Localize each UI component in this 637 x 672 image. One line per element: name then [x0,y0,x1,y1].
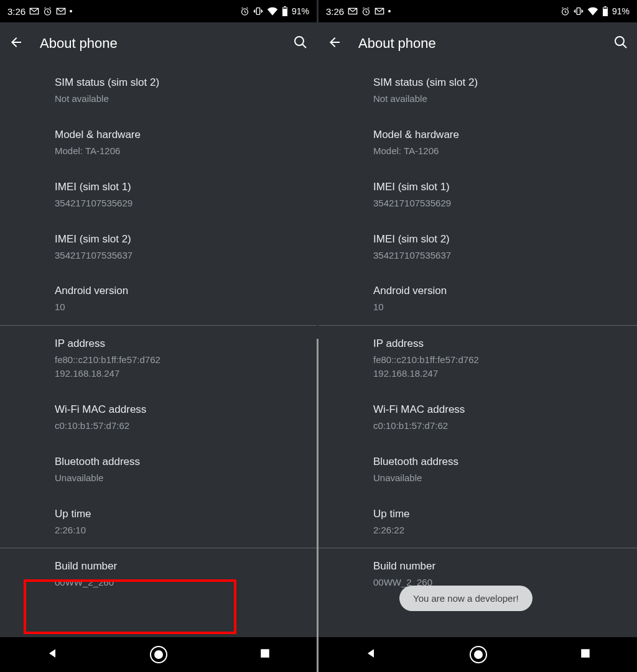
vibrate-icon [574,6,584,16]
svg-rect-15 [581,649,590,658]
sim-status-item[interactable]: SIM status (sim slot 2)Not available [318,65,637,117]
back-icon[interactable] [9,35,24,52]
vibrate-icon [253,6,263,16]
nav-recents-icon[interactable] [580,648,591,661]
alarm-icon [43,7,52,16]
model-hardware-item[interactable]: Model & hardwareModel: TA-1206 [318,117,637,169]
wifi-mac-item[interactable]: Wi-Fi MAC addressc0:10:b1:57:d7:62 [0,392,317,444]
back-icon[interactable] [327,35,342,52]
ip-address-item[interactable]: IP addressfe80::c210:b1ff:fe57:d762 192.… [318,326,637,392]
status-bar: 3:26 91% [0,0,317,22]
gmail-icon [29,7,39,15]
developer-toast: You are now a developer! [399,586,532,611]
status-clock: 3:26 [326,6,344,17]
gmail-icon [348,7,358,15]
svg-rect-7 [261,649,269,658]
imei-slot1-item[interactable]: IMEI (sim slot 1)354217107535629 [318,169,637,221]
phone-screenshot-left: 3:26 91% About phone SIM status (sim slo… [0,0,318,672]
imei-slot2-item[interactable]: IMEI (sim slot 2)354217107535637 [318,221,637,274]
svg-point-14 [615,37,624,45]
page-title: About phone [40,35,278,52]
svg-rect-10 [577,8,580,15]
bluetooth-address-item[interactable]: Bluetooth addressUnavailable [318,444,637,496]
settings-list[interactable]: SIM status (sim slot 2)Not available Mod… [318,65,637,637]
uptime-item[interactable]: Up time2:26:22 [318,496,637,548]
wifi-icon [587,7,598,16]
alarm-icon [240,7,249,16]
battery-percent: 91% [612,6,630,16]
settings-list[interactable]: SIM status (sim slot 2)Not available Mod… [0,65,317,637]
gmail-icon [56,7,66,15]
wifi-icon [267,7,278,16]
search-icon[interactable] [293,35,308,52]
nav-recents-icon[interactable] [259,648,271,661]
status-clock: 3:26 [7,6,26,17]
nav-home-icon[interactable] [470,646,487,663]
model-hardware-item[interactable]: Model & hardwareModel: TA-1206 [0,117,317,169]
more-notifications-icon [70,10,72,12]
nav-home-icon[interactable] [150,646,167,663]
build-number-item[interactable]: Build number00WW_2_260 [0,548,317,601]
svg-rect-13 [603,7,607,9]
bluetooth-address-item[interactable]: Bluetooth addressUnavailable [0,444,317,496]
svg-point-6 [295,37,304,45]
app-bar: About phone [0,22,317,65]
navigation-bar [0,637,317,672]
gmail-icon [374,7,384,15]
search-icon[interactable] [613,35,628,52]
app-bar: About phone [318,22,637,65]
battery-icon [282,6,288,16]
nav-back-icon[interactable] [46,647,58,662]
imei-slot2-item[interactable]: IMEI (sim slot 2)354217107535637 [0,221,317,274]
svg-rect-5 [283,7,287,9]
status-bar: 3:26 91% [318,0,637,22]
imei-slot1-item[interactable]: IMEI (sim slot 1)354217107535629 [0,169,317,221]
nav-back-icon[interactable] [365,647,377,662]
svg-rect-2 [256,8,259,15]
svg-rect-12 [604,6,606,7]
svg-rect-4 [284,6,286,7]
alarm-icon [361,7,371,16]
android-version-item[interactable]: Android version10 [0,273,317,325]
page-title: About phone [358,35,598,52]
phone-screenshot-right: 3:26 91% About phone SIM status (sim slo… [318,0,637,672]
more-notifications-icon [388,10,391,12]
ip-address-item[interactable]: IP addressfe80::c210:b1ff:fe57:d762 192.… [0,326,317,392]
navigation-bar [318,637,637,672]
uptime-item[interactable]: Up time2:26:10 [0,496,317,548]
sim-status-item[interactable]: SIM status (sim slot 2)Not available [0,65,317,117]
battery-percent: 91% [292,6,309,16]
wifi-mac-item[interactable]: Wi-Fi MAC addressc0:10:b1:57:d7:62 [318,392,637,444]
alarm-icon [560,7,570,16]
android-version-item[interactable]: Android version10 [318,273,637,325]
battery-icon [602,6,608,16]
